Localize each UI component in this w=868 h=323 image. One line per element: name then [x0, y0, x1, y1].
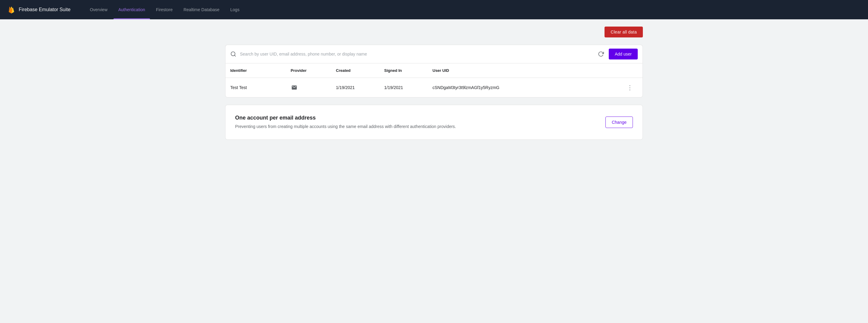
- firebase-logo-icon: [7, 5, 16, 14]
- cell-provider: [291, 84, 336, 91]
- nav-item-authentication[interactable]: Authentication: [114, 0, 150, 19]
- nav-item-overview[interactable]: Overview: [85, 0, 112, 19]
- main-content: Clear all data Add user Identifier Provi…: [211, 19, 657, 147]
- nav-item-firestore[interactable]: Firestore: [151, 0, 178, 19]
- col-header-signed-in: Signed In: [384, 68, 433, 73]
- change-button[interactable]: Change: [606, 117, 633, 128]
- search-icon: [230, 51, 236, 57]
- users-table: Identifier Provider Created Signed In Us…: [225, 63, 643, 97]
- col-header-user-uid: User UID: [433, 68, 626, 73]
- cell-signed-in: 1/19/2021: [384, 85, 433, 90]
- settings-card-description: Preventing users from creating multiple …: [235, 123, 598, 130]
- nav-item-logs[interactable]: Logs: [225, 0, 244, 19]
- nav-item-realtime-database[interactable]: Realtime Database: [179, 0, 224, 19]
- col-header-identifier: Identifier: [230, 68, 291, 73]
- cell-row-actions: ⋮: [626, 83, 638, 92]
- search-bar-container: Add user: [225, 45, 643, 63]
- settings-card-title: One account per email address: [235, 115, 598, 121]
- cell-identifier: Test Test: [230, 85, 291, 90]
- cell-created: 1/19/2021: [336, 85, 384, 90]
- settings-card-content: One account per email address Preventing…: [235, 115, 598, 130]
- email-provider-icon: [291, 84, 298, 91]
- col-header-created: Created: [336, 68, 384, 73]
- logo-area: Firebase Emulator Suite: [7, 5, 71, 14]
- refresh-button[interactable]: [597, 50, 605, 58]
- col-header-provider: Provider: [291, 68, 336, 73]
- col-header-actions: [626, 68, 638, 73]
- clear-all-data-button[interactable]: Clear all data: [604, 27, 643, 37]
- app-title: Firebase Emulator Suite: [19, 7, 71, 12]
- svg-line-1: [235, 55, 236, 56]
- main-nav: Overview Authentication Firestore Realti…: [85, 0, 245, 19]
- search-input[interactable]: [240, 52, 593, 56]
- search-actions: Add user: [597, 49, 638, 59]
- cell-user-uid: cSNDgaM3tyr3t9lzmAGf1y5RyzmG: [433, 85, 626, 90]
- header: Firebase Emulator Suite Overview Authent…: [0, 0, 868, 19]
- table-row: Test Test 1/19/2021 1/19/2021 cSNDgaM3ty…: [225, 78, 643, 97]
- add-user-button[interactable]: Add user: [609, 49, 638, 59]
- row-more-button[interactable]: ⋮: [626, 83, 634, 92]
- settings-card: One account per email address Preventing…: [225, 105, 643, 140]
- table-header: Identifier Provider Created Signed In Us…: [225, 63, 643, 78]
- top-actions: Clear all data: [225, 27, 643, 37]
